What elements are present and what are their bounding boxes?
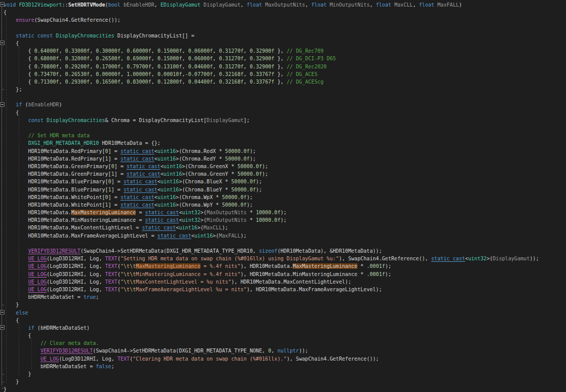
- code-line[interactable]: }: [4, 370, 539, 378]
- code-token: ,: [59, 64, 65, 69]
- code-line[interactable]: void FD3D12Viewport::SetHDRTVMode(bool b…: [4, 1, 539, 9]
- code-line[interactable]: DXGI_HDR_METADATA_HDR10 HDR10MetaData = …: [4, 139, 539, 147]
- code-token: 0.15000f: [157, 48, 182, 54]
- code-line[interactable]: {: [4, 332, 539, 339]
- code-line[interactable]: HDR10MetaData.BluePrimary[0] = static_ca…: [4, 178, 539, 185]
- code-token: ));: [530, 256, 539, 261]
- code-line[interactable]: UE_LOG(LogD3D12RHI, Log, TEXT("\t\tMaxMa…: [4, 262, 539, 270]
- code-line[interactable]: HDR10MetaData.GreenPrimary[0] = static_c…: [4, 163, 539, 170]
- code-token: (LogD3D12RHI, Log,: [47, 287, 105, 292]
- code-token: bHDRMetaDataSet =: [4, 294, 84, 300]
- code-line[interactable]: if (bEnableHDR): [4, 101, 539, 108]
- code-token: uint16: [194, 233, 213, 239]
- code-line[interactable]: HDR10MetaData.MinMasteringLuminance = st…: [4, 216, 539, 224]
- code-line[interactable]: UE_LOG(LogD3D12RHI, Log, TEXT("\t\tMaxCo…: [4, 278, 539, 286]
- code-line[interactable]: [4, 24, 539, 32]
- code-line[interactable]: { 0.73470f, 0.26530f, 0.00000f, 1.00000f…: [4, 70, 539, 78]
- code-line[interactable]: HDR10MetaData.BluePrimary[1] = static_ca…: [4, 186, 539, 193]
- code-line[interactable]: VERIFYD3D12RESULT(SwapChain4->SetHDRMeta…: [4, 347, 539, 355]
- code-line[interactable]: { 0.68000f, 0.32000f, 0.26500f, 0.69000f…: [4, 55, 539, 62]
- code-token: MaxFALL: [219, 233, 240, 239]
- code-line[interactable]: VERIFYD3D12RESULT(SwapChain4->SetHDRMeta…: [4, 247, 539, 255]
- code-editor[interactable]: void FD3D12Viewport::SetHDRTVMode(bool b…: [0, 0, 566, 392]
- code-token: HDR10MetaData = {};: [99, 140, 160, 146]
- code-line[interactable]: // Set HDR meta data: [4, 132, 539, 139]
- code-line[interactable]: else: [4, 309, 539, 317]
- code-line[interactable]: HDR10MetaData.GreenPrimary[1] = static_c…: [4, 170, 539, 178]
- code-token: [4, 248, 28, 254]
- code-token: 0.71300f: [34, 79, 59, 85]
- code-line[interactable]: static const DisplayChromacities Display…: [4, 32, 539, 40]
- code-line[interactable]: {: [4, 109, 539, 116]
- code-token: [4, 325, 28, 331]
- code-token: );: [250, 156, 256, 162]
- code-line[interactable]: [4, 124, 539, 132]
- code-line[interactable]: }: [4, 301, 539, 308]
- code-token: 0.69000f: [127, 56, 151, 61]
- code-area[interactable]: void FD3D12Viewport::SetHDRTVMode(bool b…: [0, 1, 539, 392]
- code-line[interactable]: ensure(SwapChain4.GetReference());: [4, 16, 539, 24]
- code-line[interactable]: { 0.64000f, 0.33000f, 0.30000f, 0.60000f…: [4, 47, 539, 55]
- code-line[interactable]: HDR10MetaData.WhitePoint[0] = static_cas…: [4, 193, 539, 201]
- code-token: MinOutputNits: [207, 217, 247, 223]
- code-line[interactable]: }: [4, 385, 539, 392]
- code-token: {: [4, 64, 34, 69]
- code-token: ,: [213, 48, 219, 54]
- code-line[interactable]: { 0.71300f, 0.29300f, 0.16500f, 0.83000f…: [4, 78, 539, 86]
- code-token: >(Chroma.GreenY *: [182, 171, 237, 177]
- code-token: uint16: [179, 225, 197, 230]
- code-token: ): [459, 2, 462, 8]
- code-line[interactable]: if (bHDRMetaDataSet): [4, 324, 539, 332]
- code-line[interactable]: [4, 240, 539, 247]
- code-token: \t\t: [124, 271, 136, 277]
- code-token: "Clearing HDR meta data on swap chain (%…: [133, 356, 287, 362]
- code-token: (LogD3D12RHI, Log,: [47, 263, 105, 269]
- code-token: sizeof: [259, 248, 277, 254]
- code-token: TEXT: [105, 256, 117, 261]
- code-line[interactable]: {: [4, 40, 539, 47]
- code-token: ,: [244, 56, 250, 61]
- code-line[interactable]: HDR10MetaData.RedPrimary[0] = static_cas…: [4, 147, 539, 155]
- code-token: [4, 356, 41, 362]
- code-line[interactable]: { 0.70800f, 0.29200f, 0.17000f, 0.79700f…: [4, 63, 539, 70]
- code-line[interactable]: HDR10MetaData.MaxFrameAverageLightLevel …: [4, 232, 539, 240]
- code-token: ] =: [111, 187, 124, 192]
- code-line[interactable]: HDR10MetaData.MaxMasteringLuminance = st…: [4, 209, 539, 216]
- code-line[interactable]: HDR10MetaData.MaxContentLightLevel = sta…: [4, 224, 539, 231]
- code-line[interactable]: bHDRMetaDataSet = true;: [4, 293, 539, 301]
- code-line[interactable]: };: [4, 86, 539, 93]
- code-token: ,: [120, 79, 127, 85]
- code-token: UE_LOG: [28, 287, 47, 292]
- code-line[interactable]: // Clear meta data.: [4, 339, 539, 347]
- code-token: >(Chroma.WpX *: [176, 194, 222, 200]
- code-token: static_cast: [120, 202, 154, 208]
- code-line[interactable]: UE_LOG(LogD3D12RHI, Log, TEXT("Setting H…: [4, 255, 539, 262]
- code-token: [4, 271, 28, 277]
- code-line[interactable]: UE_LOG(LogD3D12RHI, Log, TEXT("\t\tMaxFr…: [4, 286, 539, 293]
- code-token: if: [28, 325, 34, 331]
- code-token: HDR10MetaData.RedPrimary[: [4, 156, 105, 162]
- code-line[interactable]: HDR10MetaData.RedPrimary[1] = static_cas…: [4, 155, 539, 163]
- code-line[interactable]: bHDRMetaDataSet = false;: [4, 363, 539, 370]
- code-line[interactable]: HDR10MetaData.WhitePoint[1] = static_cas…: [4, 201, 539, 209]
- code-line[interactable]: }: [4, 378, 539, 385]
- code-token: );: [256, 179, 262, 184]
- code-token: ,: [120, 56, 127, 61]
- code-line[interactable]: {: [4, 317, 539, 324]
- code-token: 0.13100f: [157, 64, 182, 69]
- code-token: & Chroma = DisplayChromacityList[: [105, 117, 207, 123]
- code-token: static_cast: [124, 179, 157, 184]
- code-line[interactable]: {: [4, 9, 539, 16]
- code-token: ,: [370, 2, 376, 8]
- code-token: {: [4, 48, 34, 54]
- code-line[interactable]: const DisplayChromacities& Chroma = Disp…: [4, 116, 539, 124]
- code-token: ,: [90, 56, 96, 61]
- code-token: UE_LOG: [28, 271, 47, 277]
- code-line[interactable]: [4, 93, 539, 101]
- code-token: 50000.0f: [225, 156, 250, 162]
- code-token: "Setting HDR meta data on swap chain (%#…: [120, 256, 339, 261]
- code-line[interactable]: UE_LOG(LogD3D12RHI, Log, TEXT("Clearing …: [4, 355, 539, 363]
- code-token: FD3D12Viewport: [19, 2, 62, 8]
- code-line[interactable]: UE_LOG(LogD3D12RHI, Log, TEXT("\t\tMinMa…: [4, 270, 539, 278]
- code-token: 50000.0f: [222, 194, 247, 200]
